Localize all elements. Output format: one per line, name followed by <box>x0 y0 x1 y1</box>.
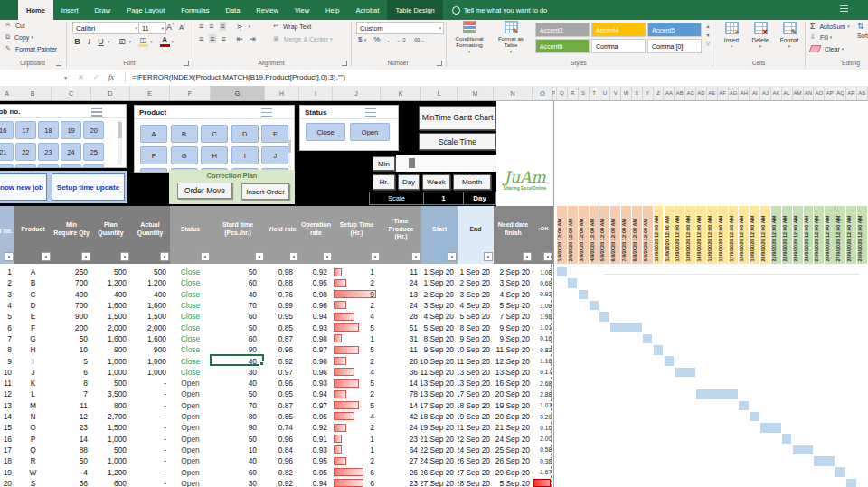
table-cell[interactable]: Close <box>170 267 211 277</box>
table-cell[interactable]: 0.87 <box>265 400 299 411</box>
slicer-button-d[interactable]: D <box>231 125 259 143</box>
table-cell[interactable]: S <box>14 478 52 487</box>
table-cell[interactable]: 30 <box>211 367 265 378</box>
filter-dropdown-button[interactable]: ▾ <box>289 252 298 261</box>
filter-dropdown-button[interactable]: ▾ <box>201 252 210 261</box>
filter-dropdown-button[interactable]: ▾ <box>448 252 457 261</box>
underline-button[interactable]: U <box>96 37 106 46</box>
table-cell[interactable]: 1,200 <box>130 277 170 288</box>
table-cell[interactable]: 5 <box>333 323 381 333</box>
table-cell[interactable]: 80 <box>211 411 265 422</box>
slicer-button-20[interactable]: 20 <box>83 121 104 139</box>
table-cell[interactable]: 3 Sep 20 <box>421 300 458 311</box>
table-cell[interactable]: 50 <box>211 434 265 445</box>
sort-filter-button[interactable]: ⇅ Sort & Filter <box>857 22 868 40</box>
slicer-button-e[interactable]: E <box>261 125 288 143</box>
table-cell[interactable]: - <box>130 411 170 422</box>
column-header-U[interactable]: U <box>599 86 610 100</box>
slicer-button-19[interactable]: 19 <box>61 121 81 139</box>
borders-dropdown-icon[interactable]: ▾ <box>129 39 132 44</box>
table-cell[interactable]: 19 Sep 20 <box>421 422 458 433</box>
table-cell[interactable]: Open <box>170 455 211 466</box>
table-cell[interactable]: 11 <box>52 400 91 411</box>
alignment-dialog-launcher-icon[interactable] <box>342 61 347 66</box>
slicer-scrollbar[interactable] <box>118 120 122 165</box>
table-cell[interactable]: 10 <box>52 344 91 355</box>
table-cell[interactable]: 0.84 <box>265 445 299 455</box>
slicer-button-j[interactable]: J <box>261 146 288 164</box>
table-cell[interactable]: 200 <box>52 323 91 333</box>
table-cell[interactable]: 10 Sep 20 <box>458 344 494 355</box>
table-cell[interactable]: Close <box>170 344 211 355</box>
table-cell[interactable]: 400 <box>52 289 91 300</box>
align-bottom-icon[interactable]: ≡ <box>220 22 226 31</box>
table-cell[interactable]: 0.98 <box>299 355 333 366</box>
column-header-AS[interactable]: AS <box>857 86 868 100</box>
table-cell[interactable]: 26 Sep 20 <box>421 466 458 477</box>
multi-select-icon[interactable] <box>261 108 272 117</box>
table-cell[interactable]: F <box>14 323 52 333</box>
column-header-E[interactable]: E <box>130 86 170 100</box>
table-cell[interactable]: 15 <box>0 422 14 433</box>
table-cell[interactable]: 50 <box>52 455 91 466</box>
column-header-Z[interactable]: Z <box>654 86 665 100</box>
table-cell[interactable]: 0.82 <box>265 466 299 477</box>
column-header-S[interactable]: S <box>579 86 590 100</box>
table-cell[interactable]: 1,000 <box>91 434 130 445</box>
table-cell[interactable]: 4 Sep 20 <box>494 289 533 300</box>
column-header-B[interactable]: B <box>14 86 52 100</box>
table-cell[interactable]: 6 <box>333 478 381 487</box>
tab-table-design[interactable]: Table Design <box>387 0 442 20</box>
slicer-button-h[interactable]: H <box>201 146 228 164</box>
orientation-icon[interactable]: ⋗̖ <box>237 23 243 31</box>
column-header-D[interactable]: D <box>91 86 130 100</box>
tab-help[interactable]: Help <box>317 0 347 20</box>
align-right-icon[interactable]: ≡ <box>222 34 226 43</box>
table-cell[interactable]: 90 <box>211 422 265 433</box>
table-cell[interactable]: 0.94 <box>299 311 333 322</box>
table-cell[interactable]: 17 Sep 20 <box>421 400 458 411</box>
filter-dropdown-button[interactable]: ▾ <box>523 252 532 261</box>
table-cell[interactable]: 2 Sep 20 <box>494 267 533 277</box>
table-cell[interactable]: 1,000 <box>91 355 130 366</box>
fill-color-dropdown-icon[interactable]: ▾ <box>150 39 153 44</box>
table-cell[interactable]: Open <box>170 422 211 433</box>
table-cell[interactable]: 28 <box>381 311 421 322</box>
period-day-button[interactable]: Day <box>398 174 420 190</box>
table-cell[interactable]: 24 <box>381 300 421 311</box>
column-header-AL[interactable]: AL <box>782 86 793 100</box>
table-cell[interactable]: L <box>14 389 52 399</box>
tab-formulas[interactable]: Formulas <box>173 0 217 20</box>
period-hour-button[interactable]: Hr. <box>373 174 395 190</box>
table-cell[interactable]: 5 <box>0 311 14 322</box>
table-cell[interactable]: 0.96 <box>265 378 299 389</box>
table-cell[interactable]: Open <box>170 434 211 445</box>
table-cell[interactable]: 1,500 <box>91 422 130 433</box>
table-cell[interactable]: 2 <box>333 277 381 288</box>
table-cell[interactable]: 7 <box>0 333 14 344</box>
font-name-select[interactable]: Calibri▾ <box>72 22 140 34</box>
table-cell[interactable]: 5 Sep 20 <box>421 323 458 333</box>
table-cell[interactable]: P <box>14 434 52 445</box>
table-cell[interactable]: 0.96 <box>265 455 299 466</box>
table-cell[interactable]: - <box>130 478 170 487</box>
table-cell[interactable]: 2 <box>333 422 381 433</box>
font-dialog-launcher-icon[interactable] <box>184 61 189 66</box>
table-cell[interactable]: R <box>14 455 52 466</box>
table-cell[interactable]: 1 <box>333 333 381 344</box>
column-header-L[interactable]: L <box>421 86 458 100</box>
table-cell[interactable]: 1 Sep 20 <box>421 277 458 288</box>
table-cell[interactable]: 23 <box>381 478 421 487</box>
table-cell[interactable]: 36 <box>52 478 91 487</box>
accounting-format-icon[interactable]: $ ▾ <box>358 35 366 43</box>
table-cell[interactable]: 2 Sep 20 <box>458 277 494 288</box>
table-cell[interactable]: 0.76 <box>265 289 299 300</box>
table-cell[interactable]: 10 <box>0 367 14 378</box>
comma-style-icon[interactable]: , <box>387 35 389 43</box>
table-cell[interactable]: 64 <box>381 445 421 455</box>
table-cell[interactable]: 17 Sep 20 <box>458 389 494 399</box>
tab-home[interactable]: Home <box>18 0 53 20</box>
table-cell[interactable]: 10 Sep 20 <box>421 355 458 366</box>
table-cell[interactable]: 50 <box>211 267 265 277</box>
table-cell[interactable]: N <box>14 411 52 422</box>
